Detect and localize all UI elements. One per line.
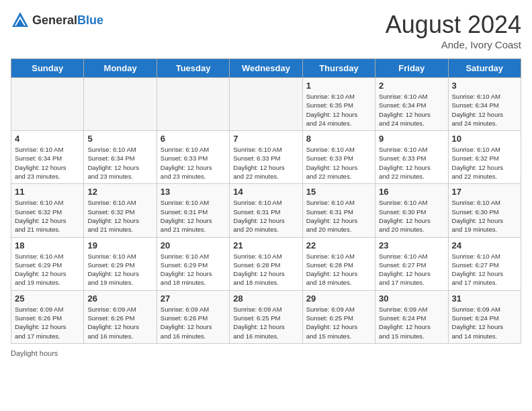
- day-number: 18: [15, 240, 80, 250]
- calendar-cell: 15Sunrise: 6:10 AM Sunset: 6:31 PM Dayli…: [302, 184, 375, 237]
- day-number: 9: [379, 134, 444, 144]
- day-number: 10: [452, 134, 517, 144]
- day-number: 16: [379, 187, 444, 197]
- page-header: GeneralBlue August 2024 Ande, Ivory Coas…: [11, 11, 521, 50]
- day-detail: Sunrise: 6:10 AM Sunset: 6:32 PM Dayligh…: [452, 145, 517, 181]
- day-number: 7: [233, 134, 298, 144]
- calendar-cell: 20Sunrise: 6:10 AM Sunset: 6:29 PM Dayli…: [157, 237, 229, 290]
- day-number: 4: [15, 134, 80, 144]
- day-number: 8: [306, 134, 371, 144]
- day-detail: Sunrise: 6:10 AM Sunset: 6:30 PM Dayligh…: [452, 198, 517, 234]
- day-number: 3: [452, 81, 517, 91]
- day-detail: Sunrise: 6:10 AM Sunset: 6:29 PM Dayligh…: [15, 252, 80, 287]
- day-number: 2: [379, 81, 444, 91]
- day-detail: Sunrise: 6:09 AM Sunset: 6:26 PM Dayligh…: [161, 305, 226, 340]
- calendar-cell: 14Sunrise: 6:10 AM Sunset: 6:31 PM Dayli…: [230, 184, 302, 237]
- day-detail: Sunrise: 6:09 AM Sunset: 6:25 PM Dayligh…: [233, 305, 298, 340]
- footer: Daylight hours: [11, 349, 521, 357]
- calendar-cell: 7Sunrise: 6:10 AM Sunset: 6:33 PM Daylig…: [230, 131, 302, 184]
- calendar-cell: 8Sunrise: 6:10 AM Sunset: 6:33 PM Daylig…: [302, 131, 375, 184]
- logo-icon: [11, 11, 30, 30]
- calendar-cell: 31Sunrise: 6:09 AM Sunset: 6:24 PM Dayli…: [448, 290, 521, 343]
- day-number: 13: [161, 187, 226, 197]
- day-detail: Sunrise: 6:10 AM Sunset: 6:31 PM Dayligh…: [233, 198, 298, 234]
- calendar-cell: 13Sunrise: 6:10 AM Sunset: 6:31 PM Dayli…: [157, 184, 229, 237]
- day-number: 28: [233, 293, 298, 304]
- calendar-cell: 27Sunrise: 6:09 AM Sunset: 6:26 PM Dayli…: [157, 290, 229, 343]
- day-number: 5: [87, 134, 152, 144]
- day-number: 25: [15, 293, 80, 304]
- day-number: 17: [452, 187, 517, 197]
- calendar-cell: 30Sunrise: 6:09 AM Sunset: 6:24 PM Dayli…: [375, 290, 448, 343]
- weekday-header: Monday: [84, 59, 157, 78]
- calendar-cell: [11, 78, 84, 131]
- day-number: 15: [306, 187, 371, 197]
- day-number: 12: [87, 187, 152, 197]
- calendar-table: SundayMondayTuesdayWednesdayThursdayFrid…: [11, 58, 521, 344]
- day-number: 6: [161, 134, 226, 144]
- daylight-label: Daylight hours: [11, 349, 58, 357]
- weekday-header: Tuesday: [157, 59, 229, 78]
- day-number: 20: [161, 240, 226, 250]
- day-detail: Sunrise: 6:09 AM Sunset: 6:24 PM Dayligh…: [379, 305, 444, 340]
- day-detail: Sunrise: 6:10 AM Sunset: 6:34 PM Dayligh…: [452, 92, 517, 128]
- day-detail: Sunrise: 6:10 AM Sunset: 6:27 PM Dayligh…: [379, 252, 444, 287]
- day-number: 14: [233, 187, 298, 197]
- day-detail: Sunrise: 6:10 AM Sunset: 6:35 PM Dayligh…: [306, 92, 371, 128]
- calendar-cell: 1Sunrise: 6:10 AM Sunset: 6:35 PM Daylig…: [302, 78, 375, 131]
- day-detail: Sunrise: 6:10 AM Sunset: 6:30 PM Dayligh…: [379, 198, 444, 234]
- day-detail: Sunrise: 6:09 AM Sunset: 6:24 PM Dayligh…: [452, 305, 517, 340]
- day-detail: Sunrise: 6:09 AM Sunset: 6:25 PM Dayligh…: [306, 305, 371, 340]
- day-number: 22: [306, 240, 371, 250]
- day-detail: Sunrise: 6:10 AM Sunset: 6:29 PM Dayligh…: [87, 252, 152, 287]
- logo-blue: Blue: [77, 13, 103, 27]
- day-number: 23: [379, 240, 444, 250]
- day-number: 29: [306, 293, 371, 304]
- calendar-cell: [84, 78, 157, 131]
- weekday-header: Saturday: [448, 59, 521, 78]
- calendar-cell: 21Sunrise: 6:10 AM Sunset: 6:28 PM Dayli…: [230, 237, 302, 290]
- day-detail: Sunrise: 6:10 AM Sunset: 6:33 PM Dayligh…: [161, 145, 226, 181]
- day-detail: Sunrise: 6:10 AM Sunset: 6:33 PM Dayligh…: [379, 145, 444, 181]
- weekday-header: Wednesday: [230, 59, 302, 78]
- calendar-cell: 24Sunrise: 6:10 AM Sunset: 6:27 PM Dayli…: [448, 237, 521, 290]
- calendar-cell: 9Sunrise: 6:10 AM Sunset: 6:33 PM Daylig…: [375, 131, 448, 184]
- calendar-cell: 17Sunrise: 6:10 AM Sunset: 6:30 PM Dayli…: [448, 184, 521, 237]
- day-number: 31: [452, 293, 517, 304]
- weekday-header: Friday: [375, 59, 448, 78]
- day-detail: Sunrise: 6:10 AM Sunset: 6:33 PM Dayligh…: [233, 145, 298, 181]
- day-detail: Sunrise: 6:10 AM Sunset: 6:33 PM Dayligh…: [306, 145, 371, 181]
- weekday-header: Thursday: [302, 59, 375, 78]
- day-detail: Sunrise: 6:10 AM Sunset: 6:28 PM Dayligh…: [306, 252, 371, 287]
- logo-general: General: [32, 13, 77, 27]
- calendar-cell: 23Sunrise: 6:10 AM Sunset: 6:27 PM Dayli…: [375, 237, 448, 290]
- month-year: August 2024: [386, 11, 521, 39]
- calendar-cell: [230, 78, 302, 131]
- day-detail: Sunrise: 6:10 AM Sunset: 6:31 PM Dayligh…: [161, 198, 226, 234]
- calendar-cell: 18Sunrise: 6:10 AM Sunset: 6:29 PM Dayli…: [11, 237, 84, 290]
- day-number: 30: [379, 293, 444, 304]
- calendar-cell: 10Sunrise: 6:10 AM Sunset: 6:32 PM Dayli…: [448, 131, 521, 184]
- calendar-cell: 22Sunrise: 6:10 AM Sunset: 6:28 PM Dayli…: [302, 237, 375, 290]
- calendar-cell: 26Sunrise: 6:09 AM Sunset: 6:26 PM Dayli…: [84, 290, 157, 343]
- day-detail: Sunrise: 6:09 AM Sunset: 6:26 PM Dayligh…: [15, 305, 80, 340]
- calendar-cell: 25Sunrise: 6:09 AM Sunset: 6:26 PM Dayli…: [11, 290, 84, 343]
- day-detail: Sunrise: 6:09 AM Sunset: 6:26 PM Dayligh…: [87, 305, 152, 340]
- title-block: August 2024 Ande, Ivory Coast: [386, 11, 521, 50]
- day-detail: Sunrise: 6:10 AM Sunset: 6:32 PM Dayligh…: [15, 198, 80, 234]
- calendar-cell: 11Sunrise: 6:10 AM Sunset: 6:32 PM Dayli…: [11, 184, 84, 237]
- calendar-cell: 2Sunrise: 6:10 AM Sunset: 6:34 PM Daylig…: [375, 78, 448, 131]
- logo: GeneralBlue: [11, 11, 103, 30]
- day-number: 24: [452, 240, 517, 250]
- day-number: 1: [306, 81, 371, 91]
- day-detail: Sunrise: 6:10 AM Sunset: 6:27 PM Dayligh…: [452, 252, 517, 287]
- day-number: 26: [87, 293, 152, 304]
- calendar-cell: 19Sunrise: 6:10 AM Sunset: 6:29 PM Dayli…: [84, 237, 157, 290]
- day-number: 11: [15, 187, 80, 197]
- day-detail: Sunrise: 6:10 AM Sunset: 6:34 PM Dayligh…: [15, 145, 80, 181]
- location: Ande, Ivory Coast: [386, 39, 521, 50]
- day-detail: Sunrise: 6:10 AM Sunset: 6:28 PM Dayligh…: [233, 252, 298, 287]
- calendar-cell: 16Sunrise: 6:10 AM Sunset: 6:30 PM Dayli…: [375, 184, 448, 237]
- weekday-header: Sunday: [11, 59, 84, 78]
- calendar-cell: 5Sunrise: 6:10 AM Sunset: 6:34 PM Daylig…: [84, 131, 157, 184]
